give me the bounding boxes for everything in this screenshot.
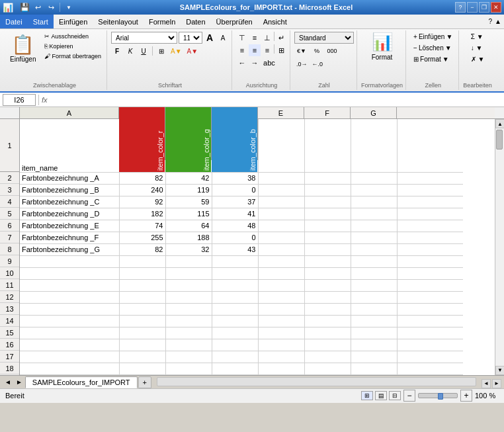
cell-g1[interactable] bbox=[351, 119, 397, 172]
row-header-6[interactable]: 6 bbox=[0, 220, 19, 232]
align-left-btn[interactable]: ≡ bbox=[236, 44, 248, 56]
cell-g11[interactable] bbox=[351, 279, 397, 291]
cell-f6[interactable] bbox=[304, 220, 351, 232]
cell-d5[interactable]: 41 bbox=[212, 208, 258, 220]
cell-h5[interactable] bbox=[397, 208, 463, 220]
align-right-btn[interactable]: ≡ bbox=[261, 44, 273, 56]
autosum-btn[interactable]: Σ ▼ bbox=[468, 32, 487, 42]
cell-e12[interactable] bbox=[258, 291, 304, 303]
formula-input[interactable] bbox=[50, 94, 501, 106]
cell-f12[interactable] bbox=[304, 291, 351, 303]
cell-h12[interactable] bbox=[397, 291, 463, 303]
cell-h16[interactable] bbox=[397, 339, 463, 351]
cell-f7[interactable] bbox=[304, 232, 351, 243]
cell-a4[interactable]: Farbtonbezeichnung _C bbox=[20, 196, 119, 208]
row-header-7[interactable]: 7 bbox=[0, 232, 19, 243]
cell-a8[interactable]: Farbtonbezeichnung _G bbox=[20, 243, 119, 255]
cell-b14[interactable] bbox=[119, 315, 165, 327]
cell-e10[interactable] bbox=[258, 267, 304, 279]
cell-a14[interactable] bbox=[20, 315, 119, 327]
align-center-btn[interactable]: ≡ bbox=[249, 44, 261, 56]
cell-b8[interactable]: 82 bbox=[119, 243, 165, 255]
cell-h8[interactable] bbox=[397, 243, 463, 255]
cell-c5[interactable]: 115 bbox=[165, 208, 212, 220]
scroll-h-right[interactable]: ► bbox=[492, 379, 501, 388]
cell-e16[interactable] bbox=[258, 339, 304, 351]
paste-button[interactable]: 📋 Einfügen bbox=[5, 32, 40, 65]
cell-e17[interactable] bbox=[258, 351, 304, 363]
cell-f16[interactable] bbox=[304, 339, 351, 351]
bold-btn[interactable]: F bbox=[111, 45, 123, 57]
cell-d17[interactable] bbox=[212, 351, 258, 363]
cell-d6[interactable]: 48 bbox=[212, 220, 258, 232]
cell-b10[interactable] bbox=[119, 267, 165, 279]
scroll-up-btn[interactable]: ▲ bbox=[495, 119, 504, 128]
cell-c8[interactable]: 32 bbox=[165, 243, 212, 255]
cell-g7[interactable] bbox=[351, 232, 397, 243]
merge-btn[interactable]: ⊞ bbox=[275, 44, 287, 56]
indent-more-btn[interactable]: → bbox=[249, 57, 261, 69]
cell-c18[interactable] bbox=[165, 363, 212, 374]
cell-b17[interactable] bbox=[119, 351, 165, 363]
cell-d2[interactable]: 38 bbox=[212, 172, 258, 184]
cell-b9[interactable] bbox=[119, 255, 165, 267]
cell-h10[interactable] bbox=[397, 267, 463, 279]
font-size-select[interactable]: 11 bbox=[179, 32, 202, 44]
cell-c12[interactable] bbox=[165, 291, 212, 303]
cell-c7[interactable]: 188 bbox=[165, 232, 212, 243]
cell-e15[interactable] bbox=[258, 327, 304, 339]
cell-e8[interactable] bbox=[258, 243, 304, 255]
cell-c11[interactable] bbox=[165, 279, 212, 291]
ribbon-minimize-btn[interactable]: ▲ bbox=[495, 18, 501, 25]
thousands-btn[interactable]: 000 bbox=[325, 45, 339, 57]
cell-d13[interactable] bbox=[212, 303, 258, 315]
restore-btn[interactable]: ❐ bbox=[479, 2, 489, 13]
cell-d14[interactable] bbox=[212, 315, 258, 327]
cell-a16[interactable] bbox=[20, 339, 119, 351]
cell-b6[interactable]: 74 bbox=[119, 220, 165, 232]
cell-a3[interactable]: Farbtonbezeichnung _B bbox=[20, 184, 119, 196]
cell-e4[interactable] bbox=[258, 196, 304, 208]
decrease-decimal-btn[interactable]: ←.0 bbox=[310, 58, 325, 70]
copy-button[interactable]: ⎘ Kopieren bbox=[42, 42, 104, 51]
cell-d16[interactable] bbox=[212, 339, 258, 351]
redo-quick-btn[interactable]: ↪ bbox=[45, 1, 57, 13]
cell-b3[interactable]: 240 bbox=[119, 184, 165, 196]
page-layout-btn[interactable]: ▤ bbox=[375, 391, 387, 400]
cell-g3[interactable] bbox=[351, 184, 397, 196]
cell-g18[interactable] bbox=[351, 363, 397, 374]
menu-item-daten[interactable]: Daten bbox=[181, 15, 210, 28]
cell-e5[interactable] bbox=[258, 208, 304, 220]
row-header-16[interactable]: 16 bbox=[0, 339, 19, 351]
row-header-8[interactable]: 8 bbox=[0, 243, 19, 255]
cell-a15[interactable] bbox=[20, 327, 119, 339]
row-header-17[interactable]: 17 bbox=[0, 351, 19, 363]
col-header-e[interactable]: E bbox=[258, 107, 304, 118]
cell-g4[interactable] bbox=[351, 196, 397, 208]
scroll-down-btn[interactable]: ▼ bbox=[495, 366, 504, 375]
cell-c13[interactable] bbox=[165, 303, 212, 315]
cell-h11[interactable] bbox=[397, 279, 463, 291]
insert-cells-btn[interactable]: + Einfügen ▼ bbox=[410, 32, 456, 42]
cut-button[interactable]: ✂ Ausschneiden bbox=[42, 32, 104, 41]
zoom-minus-btn[interactable]: − bbox=[403, 390, 415, 402]
cell-e7[interactable] bbox=[258, 232, 304, 243]
italic-btn[interactable]: K bbox=[124, 45, 136, 57]
cell-a2[interactable]: Farbtonbezeichnung _A bbox=[20, 172, 119, 184]
row-header-13[interactable]: 13 bbox=[0, 303, 19, 315]
cell-d7[interactable]: 0 bbox=[212, 232, 258, 243]
cell-f10[interactable] bbox=[304, 267, 351, 279]
cell-h15[interactable] bbox=[397, 327, 463, 339]
menu-item-seitenlayout[interactable]: Seitenlayout bbox=[93, 15, 144, 28]
cell-c9[interactable] bbox=[165, 255, 212, 267]
cell-g8[interactable] bbox=[351, 243, 397, 255]
cell-f3[interactable] bbox=[304, 184, 351, 196]
cell-b1[interactable]: item_color_r bbox=[119, 119, 165, 172]
help-btn[interactable]: ? bbox=[455, 2, 466, 13]
normal-view-btn[interactable]: ⊞ bbox=[361, 391, 373, 400]
increase-decimal-btn[interactable]: .0→ bbox=[294, 58, 310, 70]
cell-a9[interactable] bbox=[20, 255, 119, 267]
vertical-scrollbar[interactable]: ▲ ▼ bbox=[495, 119, 504, 375]
row-header-9[interactable]: 9 bbox=[0, 255, 19, 267]
cell-a11[interactable] bbox=[20, 279, 119, 291]
